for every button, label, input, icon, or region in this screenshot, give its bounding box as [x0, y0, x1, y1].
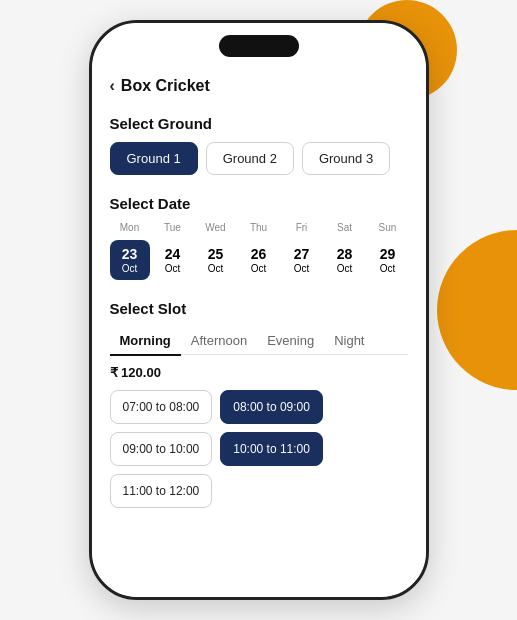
- date-section: Select Date Mon Tue Wed Thu Fri Sat Sun …: [110, 195, 408, 280]
- day-header-thu: Thu: [239, 222, 279, 237]
- date-cell-25[interactable]: 25 Oct: [196, 240, 236, 280]
- slot-btn-1000[interactable]: 10:00 to 11:00: [220, 432, 323, 466]
- slot-tab-evening[interactable]: Evening: [257, 327, 324, 356]
- ground-section-title: Select Ground: [110, 115, 408, 132]
- slot-buttons: 07:00 to 08:00 08:00 to 09:00 09:00 to 1…: [110, 390, 408, 508]
- slot-tab-morning[interactable]: Morning: [110, 327, 181, 356]
- back-button[interactable]: ‹: [110, 77, 115, 95]
- date-cell-24[interactable]: 24 Oct: [153, 240, 193, 280]
- slot-tab-night[interactable]: Night: [324, 327, 374, 356]
- date-grid: Mon Tue Wed Thu Fri Sat Sun 23 Oct 24 Oc…: [110, 222, 408, 280]
- header: ‹ Box Cricket: [110, 77, 408, 95]
- date-cell-23[interactable]: 23 Oct: [110, 240, 150, 280]
- slot-btn-0800[interactable]: 08:00 to 09:00: [220, 390, 323, 424]
- slot-tabs: Morning Afternoon Evening Night: [110, 327, 408, 356]
- slot-price: ₹ 120.00: [110, 365, 408, 380]
- day-header-wed: Wed: [196, 222, 236, 237]
- ground-button-2[interactable]: Ground 2: [206, 142, 294, 175]
- day-header-sat: Sat: [325, 222, 365, 237]
- day-header-sun: Sun: [368, 222, 408, 237]
- date-cell-26[interactable]: 26 Oct: [239, 240, 279, 280]
- ground-button-3[interactable]: Ground 3: [302, 142, 390, 175]
- slot-btn-1100[interactable]: 11:00 to 12:00: [110, 474, 213, 508]
- slot-btn-0700[interactable]: 07:00 to 08:00: [110, 390, 213, 424]
- ground-section: Select Ground Ground 1 Ground 2 Ground 3: [110, 115, 408, 175]
- phone-notch: [219, 35, 299, 57]
- day-header-fri: Fri: [282, 222, 322, 237]
- slot-btn-0900[interactable]: 09:00 to 10:00: [110, 432, 213, 466]
- date-cell-28[interactable]: 28 Oct: [325, 240, 365, 280]
- slot-tab-afternoon[interactable]: Afternoon: [181, 327, 257, 356]
- phone-screen: ‹ Box Cricket Select Ground Ground 1 Gro…: [92, 23, 426, 597]
- page-title: Box Cricket: [121, 77, 210, 95]
- day-header-tue: Tue: [153, 222, 193, 237]
- orange-circle-right: [437, 230, 517, 390]
- date-cell-27[interactable]: 27 Oct: [282, 240, 322, 280]
- date-cell-29[interactable]: 29 Oct: [368, 240, 408, 280]
- slot-section-title: Select Slot: [110, 300, 408, 317]
- date-section-title: Select Date: [110, 195, 408, 212]
- ground-buttons: Ground 1 Ground 2 Ground 3: [110, 142, 408, 175]
- phone-frame: ‹ Box Cricket Select Ground Ground 1 Gro…: [89, 20, 429, 600]
- slot-section: Select Slot Morning Afternoon Evening Ni…: [110, 300, 408, 509]
- ground-button-1[interactable]: Ground 1: [110, 142, 198, 175]
- day-header-mon: Mon: [110, 222, 150, 237]
- phone-wrapper: ‹ Box Cricket Select Ground Ground 1 Gro…: [0, 0, 517, 620]
